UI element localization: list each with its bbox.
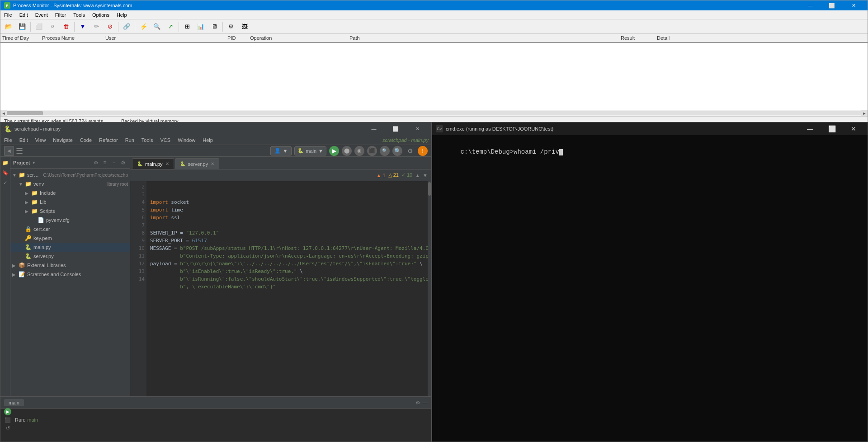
pc-bookmark-icon[interactable]: 🔖 [1,169,9,177]
pc-tree-ext-libs[interactable]: ▶ 📦 External Libraries [10,261,130,270]
pc-tree-scratches[interactable]: ▶ 📝 Scratches and Consoles [10,270,130,279]
pc-tree-venv[interactable]: ▼ 📁 venv library root [10,179,130,188]
pm-clear-button[interactable]: ↺ [46,21,59,33]
pm-registry-button[interactable]: 🖼 [238,21,251,33]
pm-tree-button[interactable]: ⊞ [181,21,193,33]
pc-settings-gear[interactable]: ⚙ [92,159,100,167]
pc-todo-icon[interactable]: ✓ [1,179,9,187]
pc-tab-server[interactable]: 🐍 server.py ✕ [175,158,220,169]
pc-tree-server[interactable]: 🐍 server.py [10,252,130,261]
pc-tree-scripts[interactable]: ▶ 📁 Scripts [10,207,130,216]
pc-layout-icon[interactable]: ☰ [16,146,23,156]
pm-minimize-button[interactable]: — [800,0,821,10]
pm-maximize-button[interactable]: ⬜ [821,0,842,10]
pm-sysinfo-button[interactable]: 🖥 [208,21,221,33]
pc-notifications[interactable]: ! [418,146,428,156]
pm-filter-edit-button[interactable]: ✏ [90,21,103,33]
pc-tree-root[interactable]: ▼ 📁 scrachpad C:\Users\Tomen\PycharmProj… [10,170,130,179]
cmd-content[interactable]: c:\temp\Debug>whoami /priv [432,135,868,442]
pm-menu-options[interactable]: Options [89,10,113,19]
pm-open-button[interactable]: 📂 [2,21,15,33]
pc-tree-lib[interactable]: ▶ 📁 Lib [10,197,130,207]
cmd-minimize-button[interactable]: — [800,124,821,134]
pc-stop-button[interactable]: ⬛ [367,146,377,156]
cmd-maximize-button[interactable]: ⬜ [821,124,842,134]
pc-coverage-button[interactable]: 🔍 [380,146,390,156]
pc-run-rerun-button[interactable]: ↺ [4,424,11,432]
pm-horizontal-scrollbar[interactable]: ◄ ► [0,110,868,116]
pc-vertical-scrollbar[interactable] [428,181,431,396]
pc-tree-key[interactable]: 🔑 key.pem [10,234,130,243]
pm-find-button[interactable]: 🔍 [151,21,163,33]
pc-expand-all[interactable]: ≡ [101,159,109,167]
pc-close-button[interactable]: ✕ [407,124,428,134]
pc-tab-server-close[interactable]: ✕ [211,161,214,166]
pm-content-area [0,43,868,110]
pm-scroll-right-arrow[interactable]: ► [861,110,868,116]
pc-profile-button[interactable]: ◉ [354,146,364,156]
pc-cert-icon: 🔒 [25,226,32,232]
pc-run-stop-button[interactable]: ⬛ [4,416,11,423]
pm-network-button[interactable]: 🔗 [120,21,133,33]
pc-bottom-settings[interactable]: ⚙ — [415,400,428,406]
pc-root-icon: 📁 [19,172,26,178]
pc-collapse-button[interactable]: ◀ [4,146,14,156]
pc-minimize-button[interactable]: — [363,124,384,134]
pm-capture-button[interactable]: ⚡ [137,21,150,33]
pm-menu-tools[interactable]: Tools [70,10,89,19]
pm-jump-button[interactable]: ↗ [164,21,177,33]
pc-menu-view[interactable]: View [32,136,50,144]
pc-run-button[interactable]: ▶ [329,146,339,156]
pc-run-play-button[interactable]: ▶ [4,408,11,415]
pc-run-tab[interactable]: main [4,399,24,406]
pc-menu-file[interactable]: File [0,136,16,144]
pm-menu-edit[interactable]: Edit [16,10,32,19]
pc-search-everywhere[interactable]: 🔍 [392,146,402,156]
pc-sidebar-options[interactable]: ⚙ [119,159,127,167]
pm-menu-file[interactable]: File [0,10,16,19]
pc-code-content[interactable]: import socket import time import ssl SER… [146,181,428,396]
pc-tree-cert[interactable]: 🔒 cert.cer [10,225,130,234]
pm-menubar: File Edit Event Filter Tools Options Hel… [0,10,868,19]
pc-menu-vcs[interactable]: VCS [157,136,175,144]
pm-scroll-left-arrow[interactable]: ◄ [0,110,7,116]
pc-tab-main-close[interactable]: ✕ [165,161,169,166]
pc-warnings-collapse[interactable]: ▼ [423,173,428,178]
pc-titlebar: 🐍 scratchpad - main.py — ⬜ ✕ [0,122,431,135]
pm-scroll-thumb[interactable] [7,111,43,115]
pm-menu-event[interactable]: Event [32,10,52,19]
pc-tab-main[interactable]: 🐍 main.py ✕ [132,158,174,169]
pm-options-button[interactable]: ⚙ [225,21,237,33]
pm-close-button[interactable]: ✕ [843,0,864,10]
pc-debug-button[interactable]: ⬤ [342,146,352,156]
pc-collapse-all[interactable]: − [110,159,118,167]
pc-menu-edit[interactable]: Edit [16,136,32,144]
cmd-close-button[interactable]: ✕ [843,124,864,134]
pm-autoscroll-button[interactable]: ⬜ [33,21,45,33]
pc-menu-refactor[interactable]: Refactor [95,136,122,144]
pm-filter-toggle-button[interactable]: ⊘ [104,21,116,33]
pc-maximize-button[interactable]: ⬜ [385,124,406,134]
pc-warnings-expand[interactable]: ▲ [415,173,420,178]
pc-project-icon[interactable]: 📁 [1,159,9,167]
pc-menu-tools[interactable]: Tools [138,136,157,144]
pc-user-config[interactable]: 👤 ▼ [270,146,292,155]
pc-menu-help[interactable]: Help [199,136,217,144]
pm-chart-button[interactable]: 📊 [194,21,207,33]
pc-tree-main[interactable]: 🐍 main.py [10,243,130,252]
pc-menu-run[interactable]: Run [122,136,138,144]
pc-menu-code[interactable]: Code [76,136,95,144]
pc-run-config[interactable]: 🐍 main ▼ [294,146,326,155]
pm-scroll-track[interactable] [7,111,861,115]
pc-tree-pyvenv[interactable]: 📄 pyvenv.cfg [10,216,130,225]
pm-menu-help[interactable]: Help [113,10,131,19]
pm-filter-button[interactable]: ▼ [76,21,89,33]
pc-scroll-v-thumb[interactable] [428,182,431,196]
pc-menu-window[interactable]: Window [174,136,199,144]
pc-menu-navigate[interactable]: Navigate [49,136,76,144]
pc-settings-icon[interactable]: ⚙ [405,146,415,156]
pc-tree-include[interactable]: ▶ 📁 Include [10,188,130,197]
pm-save-button[interactable]: 💾 [16,21,28,33]
pm-menu-filter[interactable]: Filter [52,10,70,19]
pm-delete-button[interactable]: 🗑 [60,21,72,33]
